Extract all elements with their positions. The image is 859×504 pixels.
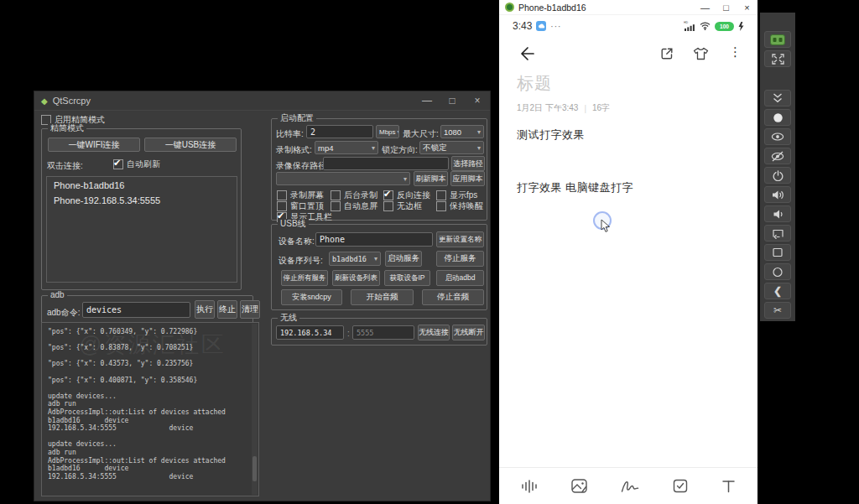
- tshirt-skin-icon[interactable]: [693, 46, 709, 61]
- log-scrollbar[interactable]: [252, 324, 258, 495]
- adb-command-input[interactable]: [82, 302, 190, 318]
- wireless-group: 无线 : 无线连接 无线断开: [271, 318, 487, 346]
- home-circle-icon[interactable]: [764, 263, 791, 280]
- handwriting-icon[interactable]: [621, 479, 639, 493]
- stop-service-button[interactable]: 停止服务: [436, 251, 484, 267]
- checkbox-box[interactable]: [331, 201, 341, 211]
- adb-execute-button[interactable]: 执行: [195, 300, 215, 319]
- choose-path-button[interactable]: 选择路径: [451, 156, 485, 171]
- close-button[interactable]: ×: [465, 91, 490, 110]
- refresh-script-button[interactable]: 刷新脚本: [414, 171, 448, 186]
- bitrate-unit-dropdown[interactable]: Mbps: [376, 125, 399, 138]
- record-screen-checkbox[interactable]: 录制屏幕: [277, 190, 324, 201]
- checklist-icon[interactable]: [673, 479, 688, 493]
- phone-app-icon: [505, 3, 514, 12]
- log-line: "pos": {"x": 0.43573, "y": 0.235756}: [48, 360, 252, 368]
- audio-record-icon[interactable]: [521, 479, 538, 494]
- bitrate-input[interactable]: [306, 125, 373, 138]
- stop-all-services-button[interactable]: 停止所有服务: [281, 270, 328, 286]
- volume-up-icon[interactable]: [764, 186, 791, 203]
- log-line: update devices...: [48, 440, 252, 449]
- device-name-input[interactable]: [315, 232, 433, 247]
- auto-refresh-checkbox[interactable]: 自动刷新: [113, 158, 160, 170]
- record-path-input[interactable]: [323, 157, 449, 170]
- dropdown-value: 不锁定: [423, 143, 447, 153]
- checkbox-label: 保持唤醒: [450, 200, 483, 212]
- screenshot-scissors-icon[interactable]: ✂: [764, 302, 791, 319]
- log-scrollbar-thumb[interactable]: [252, 456, 257, 481]
- lock-orientation-dropdown[interactable]: 不锁定: [419, 141, 484, 154]
- background-record-checkbox[interactable]: 后台录制: [331, 190, 377, 201]
- qtscrcpy-titlebar[interactable]: ◆ QtScrcpy — □ ×: [34, 91, 490, 111]
- screen-on-eye-icon[interactable]: [764, 128, 791, 145]
- log-line: "pos": {"x": 0.400871, "y": 0.358546}: [48, 377, 252, 385]
- touch-icon[interactable]: [764, 109, 791, 126]
- checkbox-box[interactable]: [113, 159, 123, 169]
- expand-more-icon[interactable]: [764, 90, 791, 107]
- note-bottom-toolbar: [499, 467, 757, 504]
- serial-dropdown[interactable]: b1adbd16: [329, 252, 381, 266]
- checkbox-box[interactable]: [436, 201, 446, 211]
- wireless-connect-button[interactable]: 无线连接: [418, 325, 450, 340]
- checkbox-box[interactable]: [383, 190, 393, 200]
- note-body-line[interactable]: 测试打字效果: [517, 127, 585, 143]
- frameless-checkbox[interactable]: 无边框: [383, 200, 422, 212]
- volume-down-icon[interactable]: [764, 205, 791, 222]
- insert-image-icon[interactable]: [571, 479, 587, 493]
- minimize-button[interactable]: —: [695, 0, 716, 14]
- share-icon[interactable]: [659, 46, 674, 61]
- note-body-line[interactable]: 打字效果 电脑键盘打字: [517, 180, 633, 195]
- device-status-button[interactable]: [764, 31, 791, 48]
- start-adbd-button[interactable]: 启动adbd: [436, 270, 484, 286]
- back-chevron-icon[interactable]: ❮: [764, 283, 791, 299]
- stop-audio-button[interactable]: 停止音频: [422, 289, 484, 305]
- qtscrcpy-window-title: QtScrcpy: [53, 96, 414, 106]
- record-format-dropdown[interactable]: mp4: [315, 141, 378, 154]
- script-dropdown[interactable]: [276, 172, 410, 185]
- fullscreen-icon[interactable]: [764, 50, 791, 67]
- record-path-label: 录像保存路径: [276, 160, 326, 172]
- maximize-button[interactable]: □: [440, 91, 465, 110]
- reverse-connect-checkbox[interactable]: 反向连接: [383, 190, 430, 201]
- checkbox-box[interactable]: [436, 190, 446, 200]
- apply-script-button[interactable]: 应用脚本: [450, 171, 485, 186]
- phone-titlebar[interactable]: Phone-b1adbd16 — □ ×: [499, 0, 757, 15]
- wireless-disconnect-button[interactable]: 无线断开: [452, 325, 485, 340]
- auto-screen-off-checkbox[interactable]: 自动息屏: [331, 200, 377, 212]
- power-icon[interactable]: [764, 167, 791, 184]
- text-format-icon[interactable]: [721, 479, 736, 493]
- minimize-button[interactable]: —: [414, 91, 440, 110]
- wireless-ip-input[interactable]: [276, 325, 344, 340]
- install-sndcpy-button[interactable]: 安装sndcpy: [281, 289, 342, 305]
- show-fps-checkbox[interactable]: 显示fps: [436, 190, 477, 201]
- note-title-placeholder[interactable]: 标题: [517, 72, 552, 95]
- checkbox-box[interactable]: [277, 190, 287, 200]
- device-list-item[interactable]: Phone-b1adbd16: [47, 177, 237, 192]
- usb-connect-button[interactable]: 一键USB连接: [144, 138, 237, 152]
- refresh-device-list-button[interactable]: 刷新设备列表: [332, 270, 380, 286]
- adb-terminate-button[interactable]: 终止: [217, 300, 237, 319]
- update-name-button[interactable]: 更新设置名称: [436, 231, 484, 247]
- app-switch-icon[interactable]: [764, 225, 791, 242]
- keep-awake-checkbox[interactable]: 保持唤醒: [436, 200, 483, 212]
- max-size-dropdown[interactable]: 1080: [440, 125, 484, 138]
- maximize-button[interactable]: □: [716, 0, 737, 14]
- checkbox-box[interactable]: [331, 190, 341, 200]
- checkbox-box[interactable]: [383, 201, 393, 211]
- get-device-ip-button[interactable]: 获取设备IP: [384, 270, 430, 286]
- close-button[interactable]: ×: [737, 0, 757, 14]
- adb-clean-button[interactable]: 清理: [240, 300, 260, 319]
- wifi-connect-button[interactable]: 一键WIFI连接: [48, 138, 140, 152]
- more-menu-icon[interactable]: ⋮: [729, 44, 742, 60]
- adb-log-output[interactable]: @资源汇社区 "pos": {"x": 0.760349, "y": 0.722…: [41, 322, 259, 496]
- wireless-port-input[interactable]: [352, 325, 414, 340]
- menu-square-icon[interactable]: [764, 244, 791, 261]
- back-arrow-icon[interactable]: [518, 44, 536, 63]
- start-audio-button[interactable]: 开始音频: [351, 289, 414, 305]
- screen-off-eye-icon[interactable]: [764, 148, 791, 164]
- log-line: update devices...: [48, 392, 252, 401]
- checkbox-label: 自动息屏: [344, 200, 377, 212]
- device-name-label: 设备名称:: [279, 236, 315, 247]
- start-service-button[interactable]: 启动服务: [385, 251, 422, 267]
- device-list-item[interactable]: Phone-192.168.5.34:5555: [47, 192, 237, 207]
